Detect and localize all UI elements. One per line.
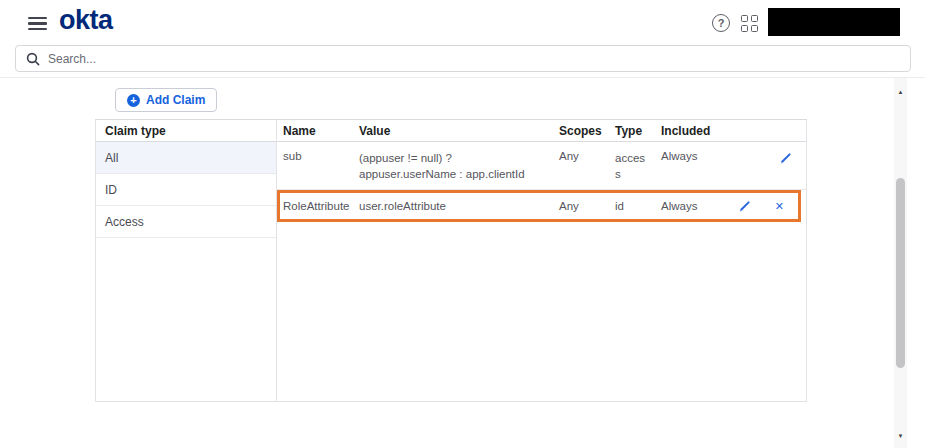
claim-value: (appuser != null) ? appuser.userName : a… — [359, 150, 559, 182]
claim-name: RoleAttribute — [283, 200, 359, 212]
claims-list: Name Value Scopes Type Included sub (app… — [277, 120, 806, 401]
close-icon: ✕ — [775, 201, 784, 212]
column-header-value: Value — [359, 123, 559, 139]
edit-claim-button[interactable] — [779, 152, 792, 165]
column-header-scopes: Scopes — [559, 124, 615, 138]
menu-icon[interactable] — [28, 17, 47, 30]
claims-table-header: Name Value Scopes Type Included — [277, 120, 806, 142]
pencil-icon — [779, 152, 792, 165]
claim-included: Always — [661, 200, 735, 212]
claim-type-panel: Claim type All ID Access — [96, 120, 277, 401]
claim-type-filter-access[interactable]: Access — [96, 206, 276, 238]
add-claim-label: Add Claim — [146, 93, 205, 107]
delete-claim-button[interactable]: ✕ — [775, 201, 784, 212]
search-icon — [26, 52, 40, 66]
okta-admin-console: okta ? + Add Claim Claim type All ID Acc… — [0, 0, 925, 448]
claim-scopes: Any — [559, 150, 615, 162]
edit-claim-button[interactable] — [738, 200, 751, 213]
help-icon[interactable]: ? — [712, 14, 730, 32]
claim-scopes: Any — [559, 200, 615, 212]
table-row-roleattribute-highlighted: RoleAttribute user.roleAttribute Any id … — [277, 190, 801, 222]
okta-logo: okta — [59, 5, 113, 36]
content-divider — [0, 77, 925, 78]
claim-included: Always — [661, 150, 735, 162]
search-input[interactable] — [48, 52, 900, 66]
claim-type: access — [615, 150, 661, 182]
plus-icon: + — [127, 94, 140, 107]
top-navigation-bar: okta ? — [0, 0, 925, 44]
claim-type: id — [615, 198, 661, 214]
global-search-bar — [15, 45, 911, 72]
column-header-type: Type — [615, 123, 661, 139]
pencil-icon — [738, 200, 751, 213]
scroll-down-arrow[interactable]: ▼ — [894, 430, 907, 442]
scroll-up-arrow[interactable]: ▲ — [894, 86, 907, 98]
column-header-name: Name — [283, 124, 359, 138]
vertical-scrollbar-thumb[interactable] — [896, 178, 905, 368]
claim-type-filter-id[interactable]: ID — [96, 174, 276, 206]
add-claim-button[interactable]: + Add Claim — [115, 88, 217, 112]
app-switcher-icon[interactable] — [741, 15, 759, 33]
user-account-menu-redacted[interactable] — [768, 8, 900, 36]
claim-name: sub — [283, 150, 359, 162]
claim-type-filter-all[interactable]: All — [96, 142, 276, 174]
claim-value: user.roleAttribute — [359, 198, 559, 214]
claims-table: Claim type All ID Access Name Value Scop… — [95, 119, 807, 402]
table-row-sub: sub (appuser != null) ? appuser.userName… — [277, 142, 806, 190]
claim-type-header: Claim type — [96, 120, 276, 142]
column-header-included: Included — [661, 124, 735, 138]
